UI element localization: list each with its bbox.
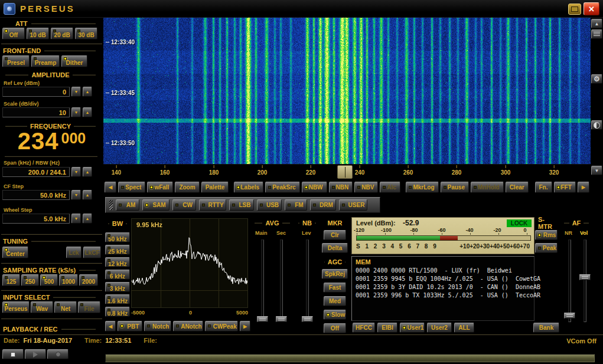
all-button[interactable]: ALL bbox=[454, 323, 474, 333]
cf-step-down-button[interactable]: ▼ bbox=[71, 190, 81, 200]
nbn-button[interactable]: NBN bbox=[329, 182, 353, 193]
bw-3khz-button[interactable]: 3 kHz bbox=[105, 282, 130, 292]
tuning-lkcf-button[interactable]: LkCF bbox=[83, 247, 101, 258]
scale-down-button[interactable]: ▼ bbox=[71, 107, 81, 117]
att-30db-button[interactable]: 30 dB bbox=[75, 28, 97, 40]
scroll-right-button[interactable]: ▶ bbox=[578, 182, 589, 193]
filter-right-button[interactable]: ▶ bbox=[240, 321, 250, 332]
mode-am-button[interactable]: AM bbox=[116, 199, 139, 211]
tuning-center-button[interactable]: Center bbox=[2, 247, 28, 258]
mode-drm-button[interactable]: DRM bbox=[310, 199, 336, 211]
rate-2000-button[interactable]: 2000 bbox=[79, 274, 98, 286]
rate-1000-button[interactable]: 1000 bbox=[59, 274, 78, 286]
agc-fast-button[interactable]: Fast bbox=[324, 283, 346, 293]
rate-125-button[interactable]: 125 bbox=[2, 274, 20, 286]
input-net-button[interactable]: Net bbox=[54, 301, 77, 313]
palette-button[interactable]: Palette bbox=[201, 182, 229, 193]
slider-handle[interactable] bbox=[257, 316, 268, 322]
bank-button[interactable]: Bank bbox=[533, 323, 559, 333]
scale-up-button[interactable]: ▲ bbox=[83, 107, 92, 117]
pbt-button[interactable]: PBT bbox=[118, 321, 142, 332]
cwpeak-button[interactable]: CWPeak bbox=[205, 321, 238, 332]
record-button[interactable] bbox=[47, 349, 69, 359]
mkrlog-button[interactable]: MkrLog bbox=[406, 182, 438, 193]
frequency-display[interactable]: 234 000 bbox=[0, 129, 103, 156]
rate-250-button[interactable]: 250 bbox=[21, 274, 39, 286]
agc-med-button[interactable]: Med bbox=[324, 296, 346, 306]
user1-button[interactable]: User1 bbox=[400, 323, 425, 333]
att-off-button[interactable]: Off bbox=[2, 28, 25, 40]
bw-12khz-button[interactable]: 12 kHz bbox=[105, 257, 130, 267]
slider-handle[interactable] bbox=[564, 313, 575, 319]
slider-handle[interactable] bbox=[276, 316, 287, 322]
grip-handle[interactable] bbox=[109, 200, 113, 210]
mode-rtty-button[interactable]: RTTY bbox=[199, 199, 226, 211]
labels-button[interactable]: Labels bbox=[234, 182, 264, 193]
bw-25khz-button[interactable]: 25 kHz bbox=[105, 245, 130, 255]
preamp-button[interactable]: Preamp bbox=[31, 55, 60, 67]
mode-sam-button[interactable]: SAM bbox=[142, 199, 170, 211]
close-button[interactable]: ✕ bbox=[584, 2, 599, 15]
scale-value[interactable]: 10 bbox=[2, 107, 70, 117]
presel-button[interactable]: Presel bbox=[2, 55, 30, 67]
mem-entry[interactable]: 0001 2359 b 3Y DAID 10.2s 2013 /0 - CAN … bbox=[356, 284, 540, 290]
mkr-delta-button[interactable]: Delta bbox=[322, 243, 348, 253]
mem-entry[interactable]: 0001 2359 9945 b EQQ 1004Hz /.025 - USA … bbox=[356, 276, 540, 282]
avg-sec-slider[interactable] bbox=[280, 240, 283, 322]
zoom-button[interactable]: Zoom bbox=[175, 182, 199, 193]
wheel-step-up-button[interactable]: ▲ bbox=[83, 214, 92, 224]
rate-500-button[interactable]: 500 bbox=[40, 274, 58, 286]
play-button[interactable] bbox=[25, 349, 46, 359]
smtr-rms-button[interactable]: Rms bbox=[535, 230, 558, 240]
input-file-button[interactable]: File bbox=[78, 301, 100, 313]
cf-step-up-button[interactable]: ▲ bbox=[83, 190, 92, 200]
ref-lev-down-button[interactable]: ▼ bbox=[71, 87, 81, 97]
user2-button[interactable]: User2 bbox=[427, 323, 452, 333]
mode-usb-button[interactable]: USB bbox=[257, 199, 282, 211]
att-20db-button[interactable]: 20 dB bbox=[51, 28, 73, 40]
scroll-up-button[interactable]: ▲ bbox=[591, 19, 602, 28]
playback-progress-bar[interactable] bbox=[105, 354, 595, 362]
filter-left-button[interactable]: ◀ bbox=[105, 321, 116, 332]
fn-button[interactable]: Fn. bbox=[535, 182, 552, 193]
slider-handle[interactable] bbox=[302, 316, 313, 322]
eibi-button[interactable]: EIBI bbox=[377, 323, 397, 333]
agc-slow-button[interactable]: Slow bbox=[324, 310, 346, 320]
mode-cw-button[interactable]: CW bbox=[172, 199, 196, 211]
bw-50khz-button[interactable]: 50 kHz bbox=[105, 232, 130, 242]
scroll-down-button[interactable]: ▼ bbox=[591, 166, 602, 175]
alc-button[interactable]: Alc bbox=[380, 182, 400, 193]
agc-off-button[interactable]: Off bbox=[324, 323, 346, 333]
fft-button[interactable]: FFT bbox=[554, 182, 576, 193]
wheel-step-down-button[interactable]: ▼ bbox=[71, 214, 81, 224]
frequency-scale[interactable]: 140 160 180 200 220 240 260 280 300 320 bbox=[103, 164, 591, 179]
bw-6khz-button[interactable]: 6 kHz bbox=[105, 270, 130, 280]
stop-button[interactable] bbox=[2, 349, 24, 359]
span-value[interactable]: 200.0 / 244.1 bbox=[2, 167, 70, 177]
span-down-button[interactable]: ▼ bbox=[71, 167, 81, 177]
spect-button[interactable]: Spect bbox=[118, 182, 145, 193]
bw-0-8khz-button[interactable]: 0.8 kHz bbox=[105, 307, 130, 317]
dither-button[interactable]: Dither bbox=[61, 55, 87, 67]
peaksrc-button[interactable]: PeakSrc bbox=[265, 182, 299, 193]
notch-button[interactable]: Notch bbox=[144, 321, 171, 332]
mode-user-button[interactable]: USER bbox=[339, 199, 367, 211]
cf-step-value[interactable]: 50.0 kHz bbox=[2, 190, 70, 200]
span-up-button[interactable]: ▲ bbox=[83, 167, 92, 177]
mem-entry[interactable]: 0000 2400 0000 RTL/1500 - LUX (fr) Beidw… bbox=[356, 267, 512, 274]
scroll-left-button[interactable]: ◀ bbox=[105, 182, 116, 193]
af-nr-slider[interactable] bbox=[568, 240, 571, 322]
mode-fm-button[interactable]: FM bbox=[285, 199, 307, 211]
nbv-button[interactable]: NBV bbox=[354, 182, 378, 193]
smtr-peak-button[interactable]: Peak bbox=[535, 243, 558, 253]
pause-button[interactable]: Pause bbox=[441, 182, 469, 193]
bw-1-6khz-button[interactable]: 1.6 kHz bbox=[105, 294, 130, 304]
filter-plot[interactable]: 9.95 kHz bbox=[131, 218, 248, 308]
mem-entry[interactable]: 0001 2359 996 b TX 1033Hz 5./.025 - USA … bbox=[356, 292, 540, 299]
avg-main-slider[interactable] bbox=[261, 240, 264, 322]
wheel-step-value[interactable]: 5.0 kHz bbox=[2, 214, 70, 224]
waterfall-canvas[interactable] bbox=[103, 18, 591, 164]
input-wav-button[interactable]: Wav bbox=[31, 301, 53, 313]
mkr-clr-button[interactable]: Clr bbox=[324, 230, 346, 240]
ref-lev-up-button[interactable]: ▲ bbox=[83, 87, 92, 97]
